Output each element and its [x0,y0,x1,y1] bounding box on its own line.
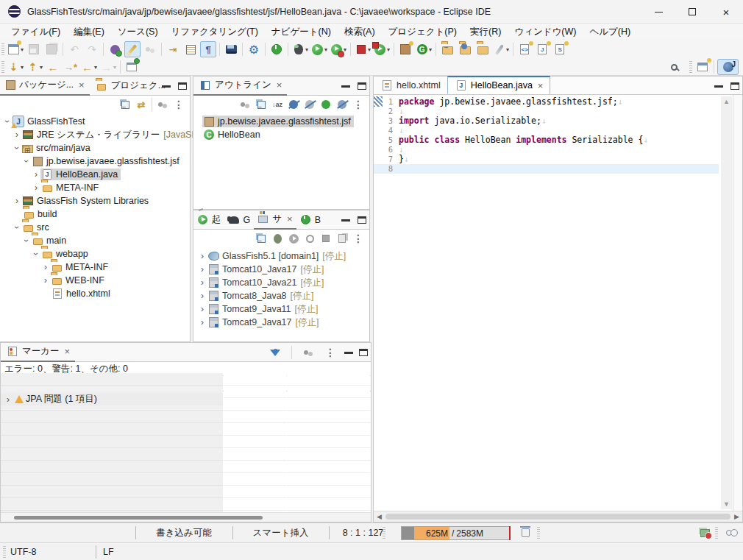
background-jobs-button[interactable] [696,523,714,542]
forward-annotation-button[interactable] [63,59,79,75]
mark-occurrences-button[interactable] [107,41,123,57]
tab-markers[interactable]: マーカー × [1,343,75,362]
minimize-view-icon[interactable] [344,352,353,354]
menu-navigate[interactable]: ナビゲート(N) [265,24,338,40]
minimize-button[interactable] [641,0,675,24]
chevron-expanded-icon[interactable] [3,116,12,127]
view-menu-button[interactable] [351,231,366,246]
tree-item-meta-inf[interactable]: META-INF [0,181,190,194]
focus-button[interactable] [301,345,316,360]
scroll-left-icon[interactable]: ◀ [377,513,382,520]
server-row-tomcat9-java11[interactable]: Tomcat9_Java11[停止] [193,302,369,316]
minimize-view-icon[interactable] [341,85,350,88]
server-row-tomcat8-java8[interactable]: Tomcat8_Java8[停止] [193,289,369,302]
tree-item-web-inf[interactable]: WEB-INF [0,274,190,287]
debug-server-button[interactable] [270,231,285,246]
chevron-collapsed-icon[interactable] [41,262,50,272]
save-button[interactable] [26,41,42,57]
run-button[interactable]: ▾ [310,41,328,57]
close-button[interactable]: × [709,0,743,24]
marker-row-jpa[interactable]: JPA 問題 (1 項目) [1,393,223,405]
chevron-collapsed-icon[interactable] [198,264,207,274]
close-icon[interactable]: × [65,346,71,357]
tab-launch[interactable]: 起 [193,210,225,230]
tree-item-jre-library[interactable]: JRE システム・ライブラリー[JavaSE-1.8] [0,128,190,141]
new-snippet-button[interactable]: S [552,41,568,57]
tree-item-webapp-meta-inf[interactable]: META-INF [0,260,190,274]
maximize-view-icon[interactable] [178,82,187,90]
import-button[interactable] [439,41,455,57]
publish-server-button[interactable] [335,231,349,246]
maximize-view-icon[interactable] [730,82,739,90]
quick-fix-button[interactable]: ▾ [492,41,510,57]
highlight-button[interactable] [124,41,141,57]
spring-boot-button[interactable] [269,41,285,57]
run-last-launched-button[interactable]: ▾ [373,41,391,57]
link-with-editor-button[interactable] [134,97,149,112]
close-icon[interactable]: × [79,79,85,91]
start-server-button[interactable] [286,231,301,246]
pin-editor-button[interactable] [124,59,140,75]
toolbar-drag-handle[interactable] [1,61,4,73]
open-perspective-button[interactable] [694,59,711,75]
new-gradle-project-button[interactable]: G▾ [415,41,433,57]
close-icon[interactable]: × [277,79,282,91]
menu-edit[interactable]: 編集(E) [67,24,111,40]
chevron-collapsed-icon[interactable] [32,169,40,180]
tree-item-hello-xhtml[interactable]: hello.xhtml [0,287,190,300]
undo-button[interactable] [66,41,82,57]
view-menu-button[interactable] [171,97,186,112]
tab-outline[interactable]: アウトライン × [193,77,287,96]
tree-item-src[interactable]: src [0,221,190,234]
menu-run[interactable]: 実行(R) [463,24,508,40]
forward-history-button[interactable]: ▾ [99,59,117,75]
chevron-collapsed-icon[interactable] [198,304,207,314]
minimize-view-icon[interactable] [341,219,350,221]
server-row-glassfish[interactable]: GlassFish5.1 [domain1][停止] [193,249,369,263]
garbage-collect-button[interactable] [516,523,534,542]
scroll-right-icon[interactable]: ▶ [734,513,739,520]
glassfish-tools-button[interactable] [246,41,262,57]
minimize-view-icon[interactable] [714,85,723,88]
chevron-collapsed-icon[interactable] [41,275,50,286]
previous-edit-location-button[interactable]: ▾ [26,59,43,75]
toolbar-drag-handle[interactable] [1,43,4,55]
show-whitespace-button[interactable] [200,41,216,57]
new-jsp-file-button[interactable]: J [534,41,550,57]
tree-item-glassfishtest[interactable]: GlassFishTest [0,115,190,128]
view-menu-button[interactable] [351,97,366,112]
close-icon[interactable]: × [287,213,293,224]
debug-button[interactable]: ▾ [291,41,309,57]
server-row-tomcat10-java17[interactable]: Tomcat10_Java17[停止] [193,263,369,276]
save-all-button[interactable] [43,41,60,57]
menu-source[interactable]: ソース(S) [111,24,165,40]
code-editor[interactable]: 1package jp.bewise.javaee.glassfishtest.… [374,95,742,511]
scroll-down-icon[interactable]: ▼ [723,500,730,508]
markers-horizontal-scrollbar[interactable] [1,512,371,522]
chevron-expanded-icon[interactable] [22,235,31,246]
maximize-view-icon[interactable] [358,216,366,224]
user-community-button[interactable] [719,523,739,542]
chevron-collapsed-icon[interactable] [198,277,207,288]
focus-button[interactable] [238,97,252,112]
close-icon[interactable]: × [538,80,544,91]
javaee-perspective-button[interactable] [717,59,739,75]
chevron-collapsed-icon[interactable] [198,291,207,301]
outline-item-hellobean[interactable]: HelloBean [193,128,369,141]
chevron-expanded-icon[interactable] [13,222,21,233]
view-menu-button[interactable] [323,345,338,360]
chevron-collapsed-icon[interactable] [198,317,207,327]
run-external-tools-button[interactable]: ▾ [330,41,347,57]
filter-button[interactable] [268,345,282,360]
open-console-button[interactable] [223,41,239,57]
server-row-tomcat10-java21[interactable]: Tomcat10_Java21[停止] [193,276,369,289]
editor-horizontal-scrollbar[interactable]: ◀ ▶ [374,511,742,522]
chevron-collapsed-icon[interactable] [4,394,13,405]
menu-project[interactable]: プロジェクト(P) [382,24,463,40]
maximize-button[interactable] [675,0,709,24]
back-history-button[interactable]: ▾ [80,59,98,75]
tree-item-src-main-java[interactable]: src/main/java [0,141,190,155]
new-java-project-button[interactable] [397,41,413,57]
tab-gradle[interactable]: G [225,210,255,230]
stop-button[interactable]: ▾ [354,41,372,57]
